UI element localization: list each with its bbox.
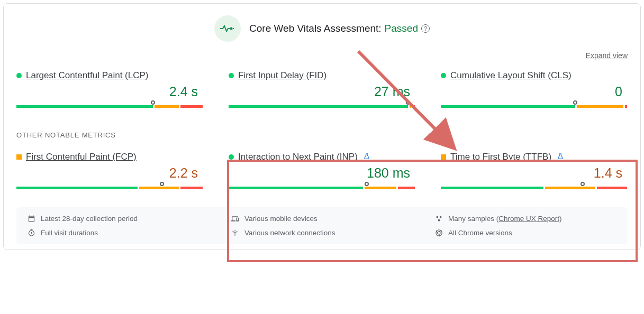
metric-name-link[interactable]: Time to First Byte (TTFB): [450, 152, 551, 162]
chrome-icon: [434, 229, 443, 237]
value-marker-icon: [580, 182, 585, 186]
other-metrics-grid: First Contentful Paint (FCP) 2.2 s Inter…: [16, 152, 628, 189]
bar-segment-poor: [625, 105, 627, 108]
bar-segment-poor: [180, 187, 203, 189]
metric-value: 2.4 s: [16, 84, 203, 99]
bar-segment-good: [441, 105, 575, 108]
distribution-bar: [16, 184, 203, 189]
bar-segment-good: [229, 105, 408, 108]
bar-segment-ni: [139, 187, 178, 189]
metric-ttfb: Time to First Byte (TTFB) 1.4 s: [441, 152, 628, 189]
svg-point-4: [438, 219, 440, 221]
bar-segment-good: [16, 105, 153, 108]
timer-icon: [27, 229, 35, 237]
value-marker-icon: [365, 182, 369, 186]
metric-value: 2.2 s: [16, 165, 203, 181]
assessment-header: Core Web Vitals Assessment: Passed ?: [16, 15, 628, 42]
core-metrics-grid: Largest Contentful Paint (LCP) 2.4 s Fir…: [16, 70, 628, 108]
footer-text: Latest 28-day collection period: [41, 215, 138, 223]
metric-name-link[interactable]: First Input Delay (FID): [238, 70, 326, 81]
flask-experimental-icon[interactable]: [363, 152, 370, 162]
footer-network: Various network connections: [231, 229, 413, 237]
metric-lcp: Largest Contentful Paint (LCP) 2.4 s: [16, 70, 203, 108]
svg-point-3: [439, 216, 441, 218]
metric-name-link[interactable]: Interaction to Next Paint (INP): [238, 152, 358, 162]
status-square-icon: [16, 154, 22, 160]
status-dot-icon: [229, 154, 234, 160]
footer-samples: Many samples (Chrome UX Report): [434, 215, 617, 223]
bar-segment-poor: [413, 105, 415, 108]
footer-text: Various mobile devices: [244, 215, 318, 223]
metric-cls: Cumulative Layout Shift (CLS) 0: [441, 70, 628, 108]
metric-fid: First Input Delay (FID) 27 ms: [229, 70, 415, 108]
bar-segment-poor: [597, 187, 627, 189]
status-dot-icon: [441, 73, 446, 78]
metric-fcp: First Contentful Paint (FCP) 2.2 s: [16, 152, 203, 189]
assessment-status: Passed: [385, 23, 418, 34]
other-metrics-heading: OTHER NOTABLE METRICS: [16, 131, 628, 139]
assessment-title: Core Web Vitals Assessment: Passed ?: [249, 23, 430, 34]
distribution-bar: [16, 103, 203, 108]
metric-name-link[interactable]: First Contentful Paint (FCP): [26, 152, 137, 162]
bar-segment-ni: [545, 187, 595, 189]
metric-value: 0: [441, 84, 628, 99]
footer-devices: Various mobile devices: [231, 215, 413, 223]
bar-segment-good: [441, 187, 543, 189]
value-marker-icon: [573, 100, 577, 105]
metric-inp: Interaction to Next Paint (INP) 180 ms: [229, 152, 415, 189]
info-footer: Latest 28-day collection period Various …: [16, 207, 628, 244]
distribution-bar: [441, 103, 628, 108]
network-icon: [231, 230, 239, 236]
status-square-icon: [441, 154, 446, 160]
metric-value: 27 ms: [229, 84, 415, 99]
bar-segment-ni: [577, 105, 623, 108]
status-dot-icon: [229, 73, 234, 78]
samples-icon: [434, 215, 443, 223]
svg-point-0: [230, 27, 233, 30]
footer-versions: All Chrome versions: [434, 229, 617, 237]
footer-period: Latest 28-day collection period: [27, 215, 210, 223]
footer-durations: Full visit durations: [27, 229, 210, 237]
pulse-icon: [214, 15, 241, 42]
footer-text: Various network connections: [244, 229, 335, 237]
svg-point-6: [234, 234, 235, 235]
value-marker-icon: [151, 100, 155, 105]
expand-view-link[interactable]: Expand view: [586, 51, 628, 60]
svg-point-2: [436, 216, 438, 218]
metric-name-link[interactable]: Cumulative Layout Shift (CLS): [450, 70, 572, 81]
metric-value: 180 ms: [229, 165, 415, 181]
distribution-bar: [229, 103, 415, 108]
bar-segment-poor: [180, 105, 203, 108]
help-icon[interactable]: ?: [421, 24, 430, 33]
footer-text: Full visit durations: [41, 229, 98, 237]
bar-segment-ni: [365, 187, 396, 189]
calendar-icon: [27, 215, 35, 223]
metric-value: 1.4 s: [441, 165, 628, 181]
distribution-bar: [229, 184, 415, 189]
flask-experimental-icon[interactable]: [557, 152, 564, 162]
footer-text: All Chrome versions: [448, 229, 512, 237]
bar-segment-good: [229, 187, 363, 189]
bar-segment-good: [16, 187, 138, 189]
crux-report-link[interactable]: Chrome UX Report: [498, 215, 559, 223]
value-marker-icon: [160, 182, 164, 186]
bar-segment-ni: [410, 105, 412, 108]
status-dot-icon: [16, 73, 22, 78]
bar-segment-poor: [398, 187, 415, 189]
metric-name-link[interactable]: Largest Contentful Paint (LCP): [26, 70, 149, 81]
web-vitals-card: Core Web Vitals Assessment: Passed ? Exp…: [3, 3, 641, 250]
assessment-title-prefix: Core Web Vitals Assessment:: [249, 23, 382, 34]
bar-segment-ni: [155, 105, 179, 108]
devices-icon: [231, 215, 239, 223]
footer-text: Many samples (Chrome UX Report): [448, 215, 562, 223]
distribution-bar: [441, 184, 628, 189]
value-marker-icon: [406, 100, 410, 105]
